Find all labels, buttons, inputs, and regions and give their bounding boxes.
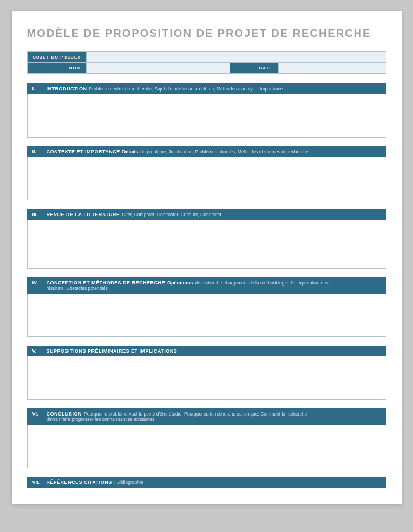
section-num-5: V. [32,348,44,354]
section-contexte: II. CONTEXTE ET IMPORTANCE Détails du pr… [27,146,386,200]
section-desc-6b: devrait faire progresser les connaissanc… [32,417,381,422]
page: MODÈLE DE PROPOSITION DE PROJET DE RECHE… [12,11,402,504]
section-suppositions: V. SUPPOSITIONS PRÉLIMINAIRES ET IMPLICA… [27,346,386,400]
section-header-introduction: I. INTRODUCTION Problème central de rech… [27,83,386,94]
section-num-7: VII. [32,479,44,485]
section-desc-6a: Pourquoi le problème vaut la peine d'êtr… [84,411,307,417]
section-header-references: VII. RÉFÉRENCES CITATIONS : Bibliographi… [27,477,386,488]
page-title: MODÈLE DE PROPOSITION DE PROJET DE RECHE… [27,27,386,40]
section-num-3: III. [32,212,44,217]
section-num-6: VI. [32,411,44,417]
section-num-2: II. [32,149,44,154]
section-body-revue[interactable] [27,220,386,269]
sujet-label: SUJET DU PROJET [27,52,87,63]
nom-value[interactable] [87,63,230,74]
section-desc-2: du problème; Justification; Problèmes ab… [140,149,308,154]
section-body-suppositions[interactable] [27,356,386,400]
section-desc-7: : Bibliographie [114,479,143,485]
section-title-3: REVUE DE LA LITTÉRATURE [47,212,120,217]
header-table: SUJET DU PROJET NOM DATE [27,51,386,74]
date-value[interactable] [278,63,386,74]
section-num-4: IV. [32,280,44,286]
section-body-conception[interactable] [27,294,386,337]
section-header-conception: IV. CONCEPTION ET MÉTHODES DE RECHERCHE … [27,277,386,294]
section-conclusion: VI. CONCLUSION Pourquoi le problème vaut… [27,408,386,468]
section-header-revue: III. REVUE DE LA LITTÉRATURE Citer, Comp… [27,209,386,220]
date-label: DATE [230,63,278,74]
sujet-value[interactable] [87,52,386,63]
section-title-4: CONCEPTION ET MÉTHODES DE RECHERCHE [47,280,166,286]
section-title-7: RÉFÉRENCES CITATIONS [47,479,112,485]
section-conception: IV. CONCEPTION ET MÉTHODES DE RECHERCHE … [27,277,386,337]
section-body-introduction[interactable] [27,94,386,138]
section-body-conclusion[interactable] [27,425,386,468]
section-title-6: CONCLUSION [47,411,82,417]
section-title-2: CONTEXTE ET IMPORTANCE [47,149,120,154]
section-header-contexte: II. CONTEXTE ET IMPORTANCE Détails du pr… [27,146,386,157]
section-desc-3: Citer, Comparer, Contraster, Critiquer, … [122,212,222,217]
section-references: VII. RÉFÉRENCES CITATIONS : Bibliographi… [27,477,386,488]
section-title-bold-4: Opérations [167,280,193,286]
section-title-5: SUPPOSITIONS PRÉLIMINAIRES ET IMPLICATIO… [47,348,178,354]
section-title-1: INTRODUCTION [47,86,87,92]
section-title-bold-2: Détails [122,149,139,154]
section-desc-4a: de recherche et argument de la méthodolo… [195,280,329,286]
section-desc-1: Problème central de recherche; Sujet d'é… [89,86,283,92]
section-header-suppositions: V. SUPPOSITIONS PRÉLIMINAIRES ET IMPLICA… [27,346,386,356]
section-header-conclusion: VI. CONCLUSION Pourquoi le problème vaut… [27,408,386,425]
section-body-contexte[interactable] [27,157,386,200]
section-num-1: I. [32,86,44,92]
section-introduction: I. INTRODUCTION Problème central de rech… [27,83,386,138]
section-revue: III. REVUE DE LA LITTÉRATURE Citer, Comp… [27,209,386,269]
section-desc-4b: résultats; Obstacles potentiels [32,286,381,291]
nom-label: NOM [27,63,87,74]
